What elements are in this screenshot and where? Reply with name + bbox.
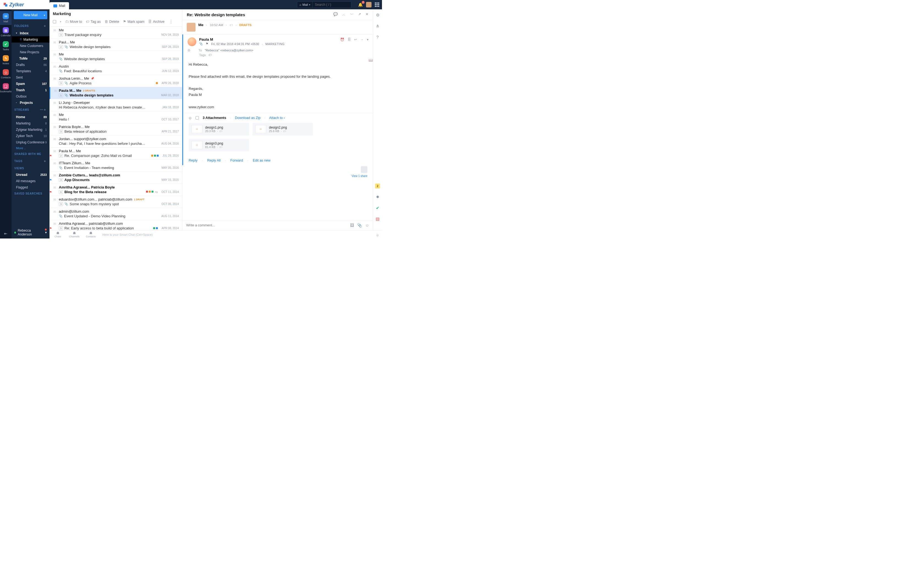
tasks-widget-icon[interactable]: ✸ <box>376 195 380 200</box>
flag-icon[interactable]: ⚑ <box>50 154 52 158</box>
close-icon[interactable]: ✕ <box>365 12 368 17</box>
sidebar-item-projects[interactable]: ›Projects <box>11 100 50 106</box>
rail-item-calendar[interactable]: ▦Calendar <box>0 25 12 39</box>
rail-collapse-icon[interactable]: ⇤ <box>4 229 7 239</box>
calendar-widget-icon[interactable]: 2 <box>375 184 380 189</box>
select-all-attachments[interactable] <box>195 116 199 119</box>
flag-icon[interactable]: ⚑ <box>50 227 52 230</box>
sidebar-item-new-projects[interactable]: New Projects <box>11 49 50 55</box>
collapse-icon[interactable]: ⊖ <box>189 116 192 120</box>
sidebar-item-inbox[interactable]: ▾Inbox <box>11 30 50 36</box>
mail-row[interactable]: ✉ ⚑ Amritha Agrawal... Patricia Boyle 6 … <box>50 184 182 196</box>
stream-item[interactable]: Unplug Conference9 <box>11 139 50 145</box>
comments-icon[interactable]: 💬 <box>333 12 338 17</box>
add-folder-icon[interactable]: ＋ <box>43 24 47 28</box>
search-input[interactable] <box>313 3 351 6</box>
reminder-icon[interactable]: ⏰ <box>340 38 344 42</box>
bottom-tab-channels[interactable]: ☗Channels <box>66 231 82 238</box>
sidebar-item-sent[interactable]: Sent <box>11 74 50 81</box>
attachment-options-icon[interactable]: 🏷 <box>220 129 223 133</box>
archive-icon[interactable]: 🗄 <box>347 38 351 42</box>
rail-item-bookmarks[interactable]: ❏Bookmarks <box>0 81 12 95</box>
attachment-card[interactable]: ▭ design1.png 20.3 KB · 🏷 <box>189 123 249 135</box>
mail-row[interactable]: ✉ Li Jung - Developer Hi Rebecca Anderso… <box>50 99 182 111</box>
chevron-down-icon[interactable]: ▾ <box>44 14 45 17</box>
search-icon[interactable]: ⌕ <box>373 232 382 237</box>
mail-row[interactable]: ✉ ⚑ Zombie Cutters... leads@zillum.com 3… <box>50 172 182 184</box>
sidebar-item-spam[interactable]: Spam107 <box>11 81 50 87</box>
chevron-down-icon[interactable]: ▾ <box>60 20 61 23</box>
view-item[interactable]: Flagged <box>11 184 50 190</box>
stream-item[interactable]: Home89 <box>11 114 50 120</box>
view-shares-link[interactable]: View 1 share <box>351 174 367 177</box>
mail-row[interactable]: ✉ ⚑ Amritha Agrawal... patriciab@zillum.… <box>50 220 182 230</box>
bottom-tab-chats[interactable]: ☗Chats <box>50 231 66 238</box>
streams-options-icon[interactable]: ⋯＋ <box>40 108 47 112</box>
mail-row[interactable]: ✉ Paul... Me 2 📎 Website design template… <box>50 39 182 51</box>
attachment-card[interactable]: ▭ design2.png 25.6 KB · 🏷 <box>252 123 313 135</box>
download-zip-link[interactable]: Download as Zip <box>235 116 260 120</box>
more-options-icon[interactable]: ⋮ <box>169 19 173 24</box>
reading-mode-icon[interactable]: 📖 <box>368 57 373 63</box>
mark-spam-button[interactable]: ⚑Mark spam <box>123 19 144 24</box>
rail-item-contacts[interactable]: ☺Contacts <box>0 67 12 81</box>
mail-row[interactable]: ✉ Jordan... support@zylker.com Chat : He… <box>50 135 182 148</box>
flag-icon[interactable]: ⚑ <box>50 178 52 182</box>
sidebar-item-drafts[interactable]: Drafts86 <box>11 61 50 68</box>
thread-item-collapsed[interactable]: Me · 10:52 AM · 🏷 · DRAFTS <box>183 20 373 34</box>
attachment-options-icon[interactable]: 🏷 <box>220 145 223 149</box>
apps-grid-icon[interactable] <box>375 2 379 7</box>
smart-chat-hint[interactable]: Here is your Smart Chat (Ctrl+Space) <box>99 233 373 236</box>
next-mail-icon[interactable]: ﹀ <box>350 12 354 17</box>
sidebar-item-trash[interactable]: Trash1 <box>11 87 50 93</box>
rail-item-notes[interactable]: ✎Notes <box>0 53 12 67</box>
gear-icon[interactable]: ⚙ <box>376 13 380 18</box>
view-item[interactable]: All messages <box>11 178 50 184</box>
mail-row[interactable]: ✉ ⚑ Paula M... Me 2 Re. Comparison page:… <box>50 148 182 160</box>
tag-as-button[interactable]: 🏷Tag as <box>86 19 101 24</box>
edit-as-new-link[interactable]: Edit as new <box>253 158 271 163</box>
dropdown-icon[interactable]: ⊖ <box>187 48 190 52</box>
flag-icon[interactable]: ⚑ <box>206 42 208 46</box>
bottom-tab-contacts[interactable]: ☗Contacts <box>82 231 99 238</box>
sidebar-item-new-customers[interactable]: New Customers <box>11 43 50 49</box>
comment-input[interactable] <box>186 223 350 227</box>
forward-icon[interactable]: → <box>360 38 363 42</box>
tab-mail[interactable]: Mail <box>50 2 69 9</box>
sidebar-item-marketing[interactable]: ⠿Marketing <box>11 36 50 43</box>
archive-button[interactable]: 🗄Archive <box>148 19 165 24</box>
open-external-icon[interactable]: ↗ <box>358 12 361 17</box>
mail-row[interactable]: ✉ Joshua Lenin... Me 📌 3 📎 Agile Process… <box>50 75 182 87</box>
attach-to-link[interactable]: Attach to › <box>269 116 285 120</box>
crm-widget-icon[interactable]: ▤ <box>376 216 380 221</box>
sidebar-item-tome[interactable]: ToMe29 <box>11 55 50 61</box>
current-user[interactable]: Rebecca Anderson ▾ <box>11 226 50 239</box>
stream-item[interactable]: Zylgear Marketing1 <box>11 126 50 133</box>
sidebar-item-templates[interactable]: Templates4 <box>11 68 50 74</box>
rail-item-mail[interactable]: ✉Mail <box>0 11 12 25</box>
add-tag-icon[interactable]: 🏷 <box>208 53 212 56</box>
mail-row[interactable]: ✉ Paula M... Me 2 DRAFTS 1 📎 Website des… <box>50 87 182 99</box>
emoji-icon[interactable]: ☺ <box>365 223 369 227</box>
attachment-card[interactable]: ▭ design3.png 81.4 KB · 🏷 <box>189 139 249 152</box>
notifications-button[interactable]: 🔔2 <box>358 2 363 7</box>
more-icon[interactable]: ▾ <box>367 38 368 42</box>
mail-row[interactable]: ✉ Me Hello ! OCT 10, 2017 <box>50 111 182 123</box>
mail-row[interactable]: ✉ Me 3 Travel package enquiry NOV 04, 20… <box>50 27 182 39</box>
view-item[interactable]: Unread2533 <box>11 171 50 178</box>
rail-item-tasks[interactable]: ✔Tasks <box>0 39 12 53</box>
forward-link[interactable]: Forward <box>231 158 243 163</box>
reply-icon[interactable]: ↩ <box>354 38 357 42</box>
insert-image-icon[interactable]: 🖼 <box>350 223 354 227</box>
sidebar-item-outbox[interactable]: Outbox <box>11 93 50 100</box>
reply-link[interactable]: Reply <box>189 158 197 163</box>
new-mail-button[interactable]: New Mail ▾ <box>14 11 47 19</box>
add-tag-icon[interactable]: ＋ <box>43 159 47 163</box>
streams-more-link[interactable]: More .. <box>11 145 50 151</box>
mail-row[interactable]: ✉ ITTeam Zillum... Me 📎 Event Invitation… <box>50 160 182 172</box>
prev-mail-icon[interactable]: ︿ <box>342 12 346 17</box>
mail-row[interactable]: ✉ eduardov@zillum.com... patriciab@zillu… <box>50 196 182 208</box>
search-scope-selector[interactable]: ⌕ Mail ▾ <box>297 2 313 8</box>
select-all-checkbox[interactable] <box>53 20 56 23</box>
attachment-options-icon[interactable]: 🏷 <box>283 129 286 133</box>
